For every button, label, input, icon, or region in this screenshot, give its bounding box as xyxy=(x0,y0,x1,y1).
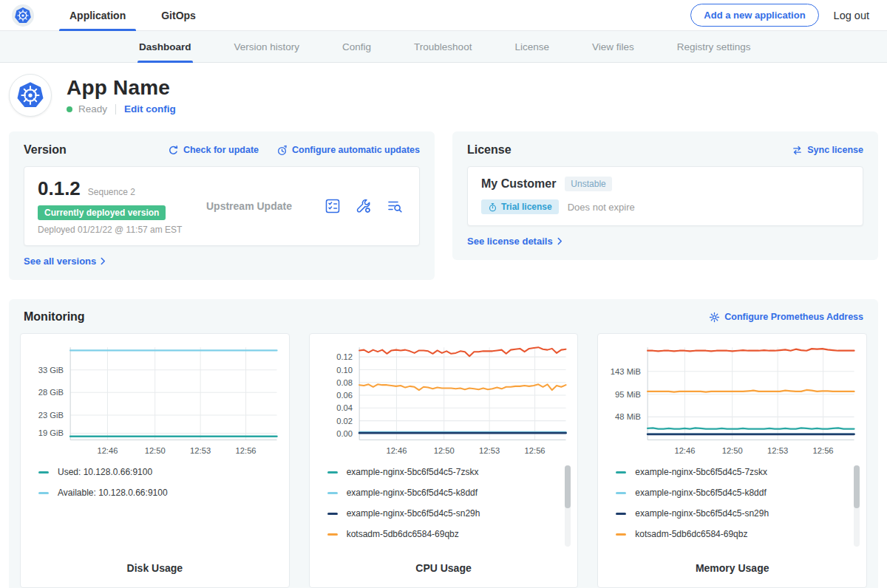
topnav-tab-application[interactable]: Application xyxy=(52,0,143,30)
see-all-versions-link[interactable]: See all versions xyxy=(24,256,106,267)
svg-text:12:50: 12:50 xyxy=(433,446,454,455)
cpu-usage-chart: 12:4612:5012:5312:560.120.100.080.060.04… xyxy=(316,341,572,460)
version-card-title: Version xyxy=(24,143,67,157)
svg-text:33 GiB: 33 GiB xyxy=(38,366,64,375)
see-license-details-link[interactable]: See license details xyxy=(467,236,563,247)
cpu-usage-chart-title: CPU Usage xyxy=(316,555,572,587)
version-card-header: Version Check for update xyxy=(24,143,420,157)
svg-text:12:46: 12:46 xyxy=(386,446,407,455)
deployed-version-badge: Currently deployed version xyxy=(38,205,166,220)
configure-prometheus-link[interactable]: Configure Prometheus Address xyxy=(709,312,863,323)
legend-label: Used: 10.128.0.66:9100 xyxy=(58,467,152,477)
svg-text:12:56: 12:56 xyxy=(236,446,256,455)
clock-update-icon xyxy=(276,145,288,156)
top-navbar: Application GitOps Add a new application… xyxy=(0,0,887,31)
legend-item: Used: 10.128.0.66:9100 xyxy=(38,462,283,482)
memory-usage-chart: 12:4612:5012:5312:56143 MiB95 MiB48 MiB xyxy=(604,341,860,460)
channel-badge: Unstable xyxy=(565,177,611,191)
legend-label: example-nginx-5bc6f5d4c5-7zskx xyxy=(635,467,767,477)
charts-row: 12:4612:5012:5312:5633 GiB28 GiB23 GiB19… xyxy=(20,333,867,588)
chevron-right-icon xyxy=(101,257,106,265)
edit-config-link[interactable]: Edit config xyxy=(124,103,176,114)
troubleshoot-wrench-gear-icon[interactable] xyxy=(356,198,372,214)
page-title: App Name xyxy=(67,76,176,100)
cpu-usage-legend: example-nginx-5bc6f5d4c5-7zskxexample-ng… xyxy=(327,462,572,549)
license-expiry: Does not expire xyxy=(568,202,635,213)
svg-text:19 GiB: 19 GiB xyxy=(38,428,64,437)
legend-label: kotsadm-5db6dc6584-69qbz xyxy=(635,529,747,539)
svg-text:28 GiB: 28 GiB xyxy=(38,388,64,397)
legend-item: example-nginx-5bc6f5d4c5-sn29h xyxy=(327,503,572,524)
svg-text:0.00: 0.00 xyxy=(336,429,353,438)
svg-text:12:53: 12:53 xyxy=(767,446,788,455)
sequence-label: Sequence 2 xyxy=(88,187,135,197)
summary-cards-row: Version Check for update xyxy=(0,129,887,280)
svg-text:12:53: 12:53 xyxy=(190,446,211,455)
sync-arrows-icon xyxy=(792,145,803,156)
kubernetes-logo-icon[interactable] xyxy=(12,4,34,27)
license-card: License Sync license My Customer Unstabl… xyxy=(452,131,878,260)
trial-license-badge: Trial license xyxy=(481,199,559,214)
svg-text:12:50: 12:50 xyxy=(145,446,166,455)
legend-scrollbar-thumb[interactable] xyxy=(565,465,571,508)
tab-registry-settings[interactable]: Registry settings xyxy=(677,31,751,62)
svg-text:95 MiB: 95 MiB xyxy=(615,390,641,399)
version-number: 0.1.2 xyxy=(38,177,81,200)
legend-item: Available: 10.128.0.66:9100 xyxy=(38,482,283,503)
check-for-update-link[interactable]: Check for update xyxy=(168,145,259,156)
legend-color-dash xyxy=(327,533,338,536)
svg-text:12:56: 12:56 xyxy=(524,446,545,455)
view-config-checklist-icon[interactable] xyxy=(324,198,341,214)
version-action-icons xyxy=(324,198,406,214)
sync-license-link[interactable]: Sync license xyxy=(792,145,863,156)
stopwatch-icon xyxy=(488,202,497,212)
configure-automatic-updates-link[interactable]: Configure automatic updates xyxy=(276,145,420,156)
svg-text:12:53: 12:53 xyxy=(479,446,500,455)
topnav-tab-application-label: Application xyxy=(69,10,126,21)
legend-scrollbar-track[interactable] xyxy=(565,465,571,547)
tab-license[interactable]: License xyxy=(514,31,549,62)
disk-usage-chart: 12:4612:5012:5312:5633 GiB28 GiB23 GiB19… xyxy=(27,341,283,460)
add-application-button[interactable]: Add a new application xyxy=(690,4,818,27)
deploy-logs-search-icon[interactable] xyxy=(387,198,403,214)
logout-button[interactable]: Log out xyxy=(834,10,869,21)
deployed-timestamp: Deployed 01/21/22 @ 11:57 am EST xyxy=(38,225,199,235)
current-version-card: 0.1.2 Sequence 2 Currently deployed vers… xyxy=(24,166,420,246)
legend-label: example-nginx-5bc6f5d4c5-7zskx xyxy=(347,467,479,477)
tab-config[interactable]: Config xyxy=(342,31,371,62)
topnav-tab-gitops-label: GitOps xyxy=(161,10,196,21)
legend-label: kotsadm-5db6dc6584-69qbz xyxy=(347,529,459,539)
svg-text:0.08: 0.08 xyxy=(336,378,353,387)
app-header: App Name Ready Edit config xyxy=(0,63,887,129)
memory-usage-chart-card: 12:4612:5012:5312:56143 MiB95 MiB48 MiB … xyxy=(597,333,867,588)
legend-item: example-nginx-5bc6f5d4c5-7zskx xyxy=(327,462,572,482)
see-all-versions-label: See all versions xyxy=(24,256,96,267)
legend-item: example-nginx-5bc6f5d4c5-k8ddf xyxy=(327,482,572,503)
tab-version-history[interactable]: Version history xyxy=(234,31,300,62)
trial-license-label: Trial license xyxy=(501,202,552,212)
legend-color-dash xyxy=(616,471,626,474)
legend-color-dash xyxy=(327,513,338,515)
configure-prometheus-label: Configure Prometheus Address xyxy=(724,312,863,322)
gear-icon xyxy=(709,312,720,323)
app-icon xyxy=(9,74,52,117)
legend-label: example-nginx-5bc6f5d4c5-sn29h xyxy=(347,508,480,519)
topnav-tabs: Application GitOps xyxy=(52,0,214,30)
legend-label: example-nginx-5bc6f5d4c5-k8ddf xyxy=(347,488,478,498)
topnav-tab-gitops[interactable]: GitOps xyxy=(143,0,214,30)
status-text: Ready xyxy=(78,103,107,114)
monitoring-header: Monitoring Configure Prometheus Address xyxy=(20,310,867,324)
svg-text:48 MiB: 48 MiB xyxy=(615,412,641,421)
svg-text:0.02: 0.02 xyxy=(336,417,353,425)
tab-dashboard[interactable]: Dashboard xyxy=(139,31,191,62)
tab-troubleshoot[interactable]: Troubleshoot xyxy=(414,31,472,62)
svg-text:0.12: 0.12 xyxy=(336,352,353,361)
legend-item: kotsadm-5db6dc6584-69qbz xyxy=(616,524,860,544)
tab-view-files[interactable]: View files xyxy=(592,31,634,62)
see-license-details-label: See license details xyxy=(467,236,553,247)
monitoring-section: Monitoring Configure Prometheus Address … xyxy=(9,299,878,588)
legend-scrollbar-thumb[interactable] xyxy=(854,465,860,508)
upstream-update-label: Upstream Update xyxy=(199,200,324,212)
legend-scrollbar-track[interactable] xyxy=(854,465,860,547)
license-details-card: My Customer Unstable Trial license Does … xyxy=(467,166,863,226)
